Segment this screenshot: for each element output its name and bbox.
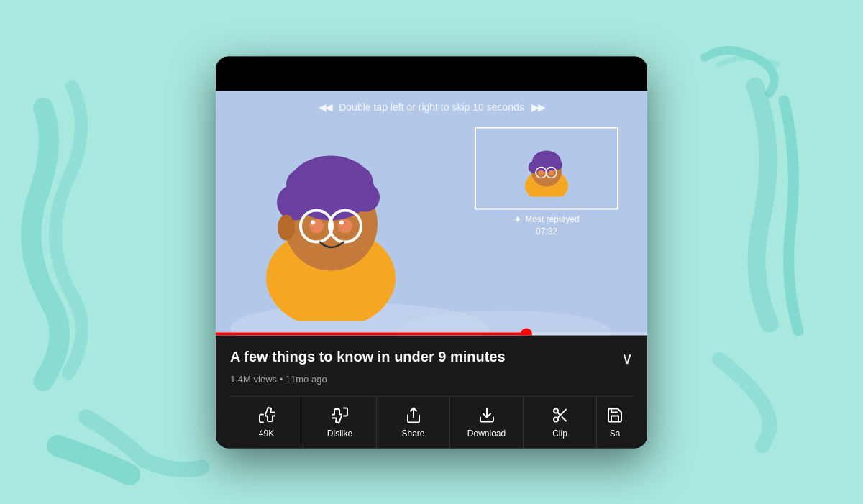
thumbs-down-icon	[332, 406, 349, 423]
progress-bar[interactable]	[216, 332, 647, 335]
svg-point-18	[311, 220, 315, 224]
scissors-icon	[552, 406, 569, 423]
info-panel: A few things to know in under 9 minutes …	[216, 335, 647, 448]
progress-fill	[216, 332, 526, 335]
title-row: A few things to know in under 9 minutes …	[230, 347, 633, 367]
svg-line-35	[562, 416, 566, 421]
clip-label: Clip	[552, 428, 567, 438]
svg-point-31	[549, 170, 554, 175]
svg-point-20	[278, 214, 295, 240]
svg-point-30	[539, 170, 544, 175]
download-icon	[478, 406, 496, 423]
thumbnail-character	[511, 139, 583, 197]
dislike-button[interactable]: Dislike	[303, 396, 377, 448]
save-label: Sa	[610, 428, 621, 438]
clip-button[interactable]: Clip	[524, 396, 597, 448]
save-button[interactable]: Sa	[597, 396, 633, 448]
like-button[interactable]: 49K	[230, 396, 303, 448]
skip-hint-text: Double tap left or right to skip 10 seco…	[339, 101, 524, 112]
device-frame: ◀◀ Double tap left or right to skip 10 s…	[216, 56, 647, 448]
character-illustration	[237, 112, 453, 321]
download-label: Download	[467, 428, 506, 438]
share-button[interactable]: Share	[377, 396, 450, 448]
save-icon	[606, 406, 624, 423]
top-bar	[216, 56, 647, 91]
skip-right-arrows: ▶▶	[531, 101, 544, 112]
share-icon	[405, 406, 422, 423]
most-replayed-panel: ✦ Most replayed 07:32	[475, 127, 618, 236]
download-button[interactable]: Download	[450, 396, 524, 448]
svg-point-25	[529, 162, 540, 173]
share-label: Share	[401, 428, 424, 438]
most-replayed-thumbnail[interactable]	[475, 127, 618, 209]
chevron-down-icon[interactable]: ∨	[621, 349, 633, 367]
skip-left-arrows: ◀◀	[319, 101, 332, 112]
svg-line-36	[557, 412, 560, 415]
svg-point-26	[552, 160, 562, 170]
actions-row: 49K Dislike Share Downl	[230, 395, 633, 448]
video-meta: 1.4M views • 11mo ago	[230, 373, 633, 384]
thumbs-up-icon	[258, 406, 275, 423]
dislike-label: Dislike	[327, 428, 352, 438]
like-label: 49K	[259, 428, 274, 438]
svg-point-12	[351, 183, 380, 211]
skip-hint: ◀◀ Double tap left or right to skip 10 s…	[216, 101, 647, 112]
svg-point-19	[339, 220, 344, 224]
video-area[interactable]: ◀◀ Double tap left or right to skip 10 s…	[216, 91, 647, 335]
most-replayed-time: 07:32	[475, 226, 618, 236]
most-replayed-label: ✦ Most replayed	[475, 213, 618, 224]
progress-scrubber[interactable]	[521, 328, 532, 335]
video-title: A few things to know in under 9 minutes	[230, 347, 614, 365]
